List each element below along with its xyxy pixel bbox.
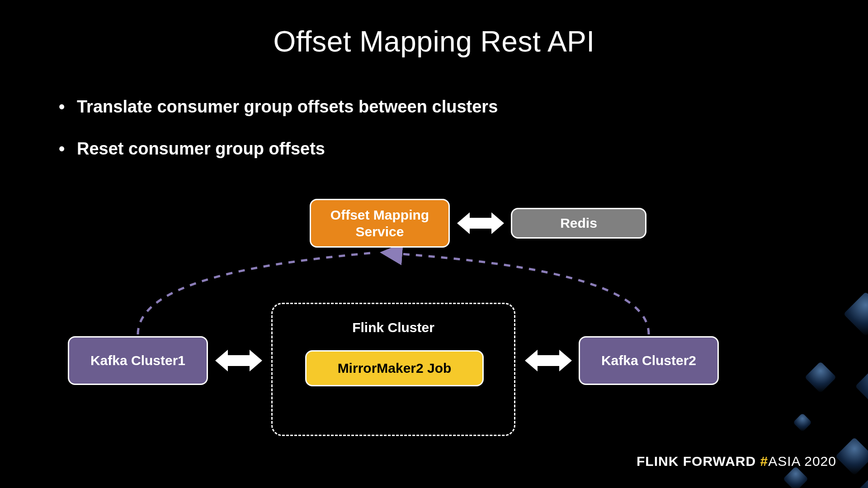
kafka-cluster-1-box: Kafka Cluster1 [68,336,208,385]
kafka-cluster-2-box: Kafka Cluster2 [579,336,719,385]
offset-mapping-service-box: Offset Mapping Service [310,199,450,248]
footer-forward: FORWARD [683,454,756,469]
bullet-item: Translate consumer group offsets between… [59,97,498,117]
footer-hash: # [760,454,769,469]
box-label: Kafka Cluster2 [601,352,696,369]
bidirectional-arrow-icon [468,218,493,229]
slide-title: Offset Mapping Rest API [0,25,868,58]
footer-brand: FLINK FORWARD #ASIA 2020 [637,454,836,469]
box-label: Kafka Cluster1 [90,352,185,369]
footer-asia: ASIA 2020 [768,454,836,469]
bullet-list: Translate consumer group offsets between… [59,97,498,181]
mirrormaker2-job-box: MirrorMaker2 Job [305,350,484,386]
bidirectional-arrow-icon [226,355,251,366]
box-label: Offset Mapping Service [320,206,439,240]
redis-box: Redis [511,208,646,239]
bullet-item: Reset consumer group offsets [59,139,498,159]
footer-flink: FLINK [637,454,679,469]
architecture-diagram: Offset Mapping Service Redis Flink Clust… [45,190,741,443]
bidirectional-arrow-icon [536,355,561,366]
box-label: Redis [560,215,597,232]
box-label: MirrorMaker2 Job [338,360,452,377]
flink-cluster-label: Flink Cluster [273,320,514,335]
